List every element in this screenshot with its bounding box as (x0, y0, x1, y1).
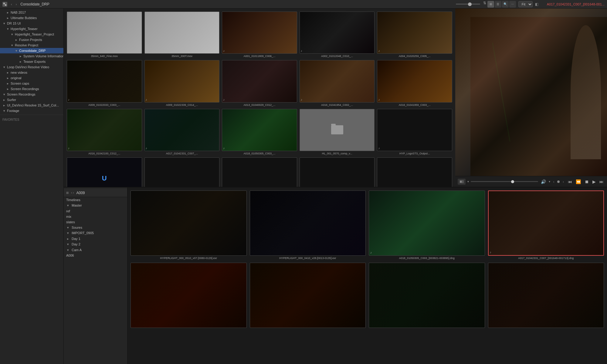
speaker-dropdown[interactable]: ▾ (549, 180, 550, 183)
media-item-m4[interactable]: ♪ A002_01012048_C010_... (300, 12, 375, 58)
bottom-item-b1[interactable]: HYPERLIGHT_000_0510_v07.[0080-0129].exr (131, 190, 247, 260)
sidebar-label-loop-davinci: Loop DaVinci Resolve Video (7, 65, 49, 69)
sidebar-item-surfer[interactable]: Surfer (0, 97, 63, 103)
sidebar-divider (0, 115, 63, 115)
media-item-m16[interactable]: U HYP_LogoUSEF_Outpu... (67, 157, 142, 187)
fit-select[interactable]: Fit (518, 1, 533, 7)
mix-item[interactable]: mix (64, 214, 127, 219)
sidebar-item-ui-davinci[interactable]: UI_DaVinci Resolve 15_Surf_Col... (0, 103, 63, 108)
bottom-item-b8[interactable] (488, 263, 604, 329)
search-button[interactable]: 🔍 (502, 1, 509, 8)
media-item-m12[interactable]: ♪ A017_01042331_C007_... (144, 109, 220, 155)
media-item-m10[interactable]: ♪ A016_01041959_C003_... (377, 60, 452, 106)
media-item-m5[interactable]: ♪ A004_01020259_C005_... (377, 12, 452, 58)
nav-back[interactable]: ‹ (10, 2, 13, 7)
media-item-m18[interactable]: ♪ HYP_Text2_Output.mov (222, 157, 297, 187)
bottom-item-b6[interactable] (250, 263, 366, 329)
cama-item[interactable]: Cam A (64, 247, 127, 253)
sidebar-item-ultimatte[interactable]: Ultimatte Bubbles (0, 15, 63, 21)
stop-btn[interactable]: ⏹ (584, 179, 590, 184)
ref-item[interactable]: ref (64, 208, 127, 214)
media-label-m12: A017_01042331_C007_... (144, 152, 220, 155)
sidebar-item-resolve-project[interactable]: Resolve Project (0, 42, 63, 48)
bottom-grid-area[interactable]: HYPERLIGHT_000_0510_v07.[0080-0129].exr … (127, 187, 607, 364)
sidebar-label-system-volume: System Volume Information (23, 54, 63, 58)
preview-view-btn[interactable] (458, 179, 466, 185)
sidebar-item-loop-davinci[interactable]: Loop DaVinci Resolve Video (0, 64, 63, 70)
media-item-m19[interactable]: ♪ HYP_Text3_Output.mov (300, 157, 375, 187)
sidebar-item-new-videos[interactable]: new videos (0, 70, 63, 75)
sort-icon[interactable]: ⇅ (483, 1, 487, 8)
preview-dropdown[interactable]: ▾ (467, 180, 469, 183)
bottom-item-b5[interactable] (131, 263, 247, 329)
panel-arrows[interactable]: ‹ › (71, 191, 74, 194)
media-item-m15[interactable]: ♪ HYP_LogoSTS_Output... (377, 109, 452, 155)
media-item-m13[interactable]: ♪ A018_01050305_C003_... (222, 109, 297, 155)
media-item-m9[interactable]: ♪ A016_01041954_C002_... (300, 60, 375, 106)
chevron-screen-recordings2 (2, 93, 6, 96)
media-item-m20[interactable]: ♪ HYP_Text4_Output.mov (377, 157, 452, 187)
soures-item[interactable]: Soures (64, 225, 127, 231)
music-icon: ♪ (378, 147, 380, 150)
media-item-m2[interactable]: ♪ 35mm_200T.mov (144, 12, 220, 58)
sidebar-item-original[interactable]: original (0, 75, 63, 81)
skip-end-btn[interactable]: ⏭ (599, 179, 605, 184)
preview-timeline[interactable] (471, 181, 538, 182)
media-item-m8[interactable]: ♪ A013_01040029_C012_... (222, 60, 297, 106)
media-label-m6: A009_01022033_C003_... (67, 103, 142, 106)
sidebar-item-footage[interactable]: Footage (0, 108, 63, 113)
import-item[interactable]: IMPORT_0905 (64, 230, 127, 236)
sidebar-item-nab2017[interactable]: NAB 2017 (0, 10, 63, 15)
bottom-thumb-b6 (250, 263, 366, 328)
sidebar-item-screen-recordings2[interactable]: Screen Recordings (0, 92, 63, 97)
bottom-left-panel: ⊞ ‹ › A009 Timelines Master ref mix slat… (64, 187, 127, 364)
list-view-button[interactable]: ☰ (495, 1, 501, 8)
grid-view-button[interactable]: ⊞ (487, 1, 494, 8)
media-item-m17[interactable]: ♪ HYP_Text1_Output.mov (144, 157, 220, 187)
media-item-m11[interactable]: ♪ A016_01042100_C012_... (67, 109, 142, 155)
day2-item[interactable]: Day 2 (64, 241, 127, 247)
slates-item[interactable]: slates (64, 219, 127, 225)
a006-item[interactable]: A006 (64, 253, 127, 258)
music-icon: ♪ (68, 98, 70, 101)
day1-item[interactable]: Day 1 (64, 236, 127, 242)
next-frame-btn[interactable]: › (563, 180, 564, 184)
media-item-m6[interactable]: ♪ A009_01022033_C003_... (67, 60, 142, 106)
bottom-item-b2[interactable]: HYPERLIGHT_000_0410_v28.[0013-0135].exr (250, 190, 366, 260)
media-item-m14[interactable]: HL_001_0570_comp_v... (300, 109, 375, 155)
timelines-item[interactable]: Timelines (64, 197, 127, 203)
more-options-button[interactable]: ··· (509, 1, 516, 8)
media-item-m7[interactable]: ♪ A009_01022339_C014_... (144, 60, 220, 106)
sidebar-item-system-volume[interactable]: System Volume Information (0, 53, 63, 59)
prev-frame-btn[interactable]: ‹ (553, 180, 554, 184)
sidebar-item-screen-caps[interactable]: Screen caps (0, 81, 63, 86)
bottom-label-b1: HYPERLIGHT_000_0510_v07.[0080-0129].exr (131, 257, 247, 260)
master-item[interactable]: Master (64, 203, 127, 208)
bottom-item-b3[interactable]: ♪ A018_01050305_C003_[003821-003895].dng (369, 190, 485, 260)
speaker-icon[interactable]: 🔊 (540, 179, 547, 184)
sidebar-item-screen-recordings1[interactable]: Screen Recordings (0, 86, 63, 92)
skip-start-btn[interactable]: ⏮ (567, 179, 573, 184)
bottom-item-b7[interactable] (369, 263, 485, 329)
media-thumb-m3: ♪ (222, 12, 297, 54)
play-btn[interactable]: ▶ (592, 179, 597, 184)
zoom-track[interactable] (456, 4, 480, 5)
sidebar-item-hyperlight-teaser[interactable]: Hyperlight_Teaser (0, 26, 63, 32)
zoom-thumb[interactable] (468, 2, 472, 6)
sidebar-item-hyperlight-project[interactable]: Hyperlight_Teaser_Project (0, 32, 63, 37)
media-item-m3[interactable]: ♪ A001_01011809_C006_... (222, 12, 297, 58)
sidebar-item-consolidate[interactable]: Consolidate_DRP (0, 48, 63, 53)
sidebar-item-teaser-exports[interactable]: Teaser Exports (0, 59, 63, 64)
bottom-item-b4[interactable]: ♪ A017_01042331_C007_[001648-001713].dng (488, 190, 604, 260)
media-item-m1[interactable]: ♪ 35mm_64D_Fine.mov (67, 12, 142, 58)
nav-forward[interactable]: › (15, 2, 18, 7)
prev-btn[interactable]: ⏪ (575, 179, 582, 184)
person-silhouette (571, 25, 601, 159)
sidebar-item-fusion[interactable]: Fusion Projects (0, 37, 63, 42)
chevron-dr15 (2, 22, 6, 25)
music-icon: ♪ (146, 147, 147, 150)
sidebar-item-dr15[interactable]: DR 15 UI (0, 21, 63, 26)
preview-toggle[interactable]: ◧ (535, 2, 538, 6)
media-label-m14: HL_001_0570_comp_v... (300, 152, 375, 155)
media-grid-panel[interactable]: ♪ 35mm_64D_Fine.mov ♪ 35mm_200T.mov ♪ A0… (64, 8, 455, 187)
